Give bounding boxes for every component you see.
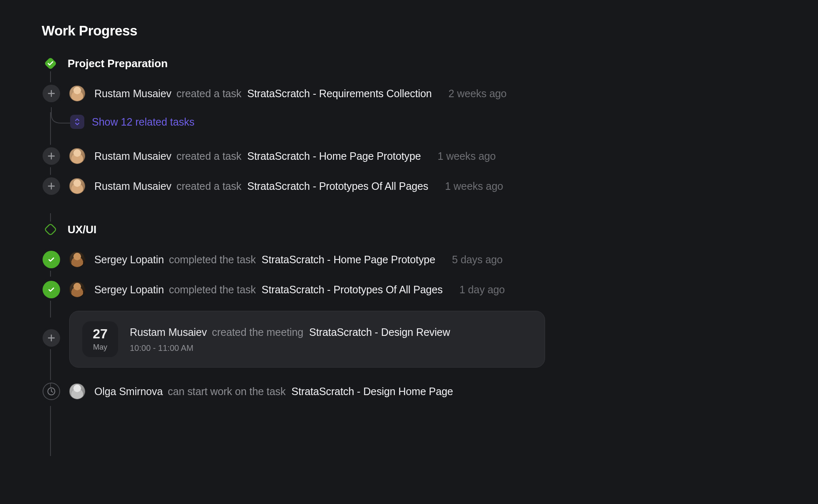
- timeline-event[interactable]: Rustam Musaiev created a task StrataScra…: [43, 85, 776, 102]
- event-time: 2 weeks ago: [449, 87, 507, 101]
- event-verb: created a task: [177, 87, 242, 101]
- event-actor: Rustam Musaiev: [94, 87, 172, 101]
- meeting-card[interactable]: 27 May Rustam Musaiev created the meetin…: [69, 311, 545, 368]
- meeting-time-range: 10:00 - 11:00 AM: [130, 343, 450, 353]
- event-time: 1 day ago: [459, 283, 505, 297]
- event-object: StrataScratch - Home Page Prototype: [247, 149, 421, 163]
- event-actor: Rustam Musaiev: [94, 149, 172, 163]
- avatar: [69, 252, 85, 267]
- related-tasks-label: Show 12 related tasks: [92, 116, 194, 128]
- check-icon: [43, 251, 60, 268]
- event-object: StrataScratch - Requirements Collection: [247, 87, 432, 101]
- event-time: 1 weeks ago: [445, 179, 503, 193]
- event-object: StrataScratch - Design Review: [309, 325, 450, 339]
- page-title: Work Progress: [42, 23, 776, 39]
- event-verb: created a task: [177, 149, 242, 163]
- event-verb: can start work on the task: [168, 385, 285, 398]
- timeline-event[interactable]: Sergey Lopatin completed the task Strata…: [43, 281, 776, 298]
- plus-icon: [43, 147, 60, 165]
- show-related-tasks[interactable]: Show 12 related tasks: [43, 115, 776, 129]
- milestone-pending-icon: [43, 222, 58, 237]
- avatar: [69, 282, 85, 297]
- event-time: 1 weeks ago: [438, 149, 496, 163]
- plus-icon: [43, 177, 60, 195]
- event-object: StrataScratch - Prototypes Of All Pages: [247, 179, 428, 193]
- event-verb: created a task: [177, 179, 242, 193]
- clock-icon: [43, 383, 60, 400]
- meeting-date-day: 27: [93, 327, 108, 340]
- event-time: 5 days ago: [452, 253, 502, 267]
- expand-collapse-icon: [70, 115, 84, 129]
- milestone-done-icon: [43, 55, 58, 71]
- timeline-meeting-event[interactable]: 27 May Rustam Musaiev created the meetin…: [43, 311, 776, 368]
- meeting-date: 27 May: [82, 321, 118, 357]
- avatar: [69, 86, 85, 101]
- timeline-event[interactable]: Rustam Musaiev created a task StrataScra…: [43, 147, 776, 165]
- avatar: [69, 383, 85, 399]
- plus-icon: [43, 329, 60, 347]
- event-actor: Rustam Musaiev: [130, 325, 207, 339]
- event-actor: Rustam Musaiev: [94, 179, 172, 193]
- event-actor: Sergey Lopatin: [94, 253, 164, 267]
- plus-icon: [43, 85, 60, 102]
- event-object: StrataScratch - Home Page Prototype: [262, 253, 435, 267]
- milestone-label: Project Preparation: [68, 57, 168, 70]
- meeting-date-month: May: [93, 343, 107, 352]
- timeline-event[interactable]: Olga Smirnova can start work on the task…: [43, 383, 776, 400]
- milestone-project-preparation: Project Preparation: [43, 55, 776, 71]
- work-progress-timeline: Project Preparation Rustam Musaiev creat…: [42, 55, 776, 400]
- event-object: StrataScratch - Design Home Page: [291, 385, 453, 398]
- event-actor: Sergey Lopatin: [94, 283, 164, 297]
- event-object: StrataScratch - Prototypes Of All Pages: [262, 283, 443, 297]
- milestone-ux-ui: UX/UI: [43, 222, 776, 237]
- event-verb: created the meeting: [212, 325, 303, 339]
- event-verb: completed the task: [169, 283, 256, 297]
- check-icon: [43, 281, 60, 298]
- avatar: [69, 148, 85, 164]
- event-verb: completed the task: [169, 253, 256, 267]
- timeline-event[interactable]: Sergey Lopatin completed the task Strata…: [43, 251, 776, 268]
- svg-rect-1: [45, 224, 56, 235]
- event-actor: Olga Smirnova: [94, 385, 163, 398]
- avatar: [69, 178, 85, 194]
- milestone-label: UX/UI: [68, 223, 96, 236]
- timeline-event[interactable]: Rustam Musaiev created a task StrataScra…: [43, 177, 776, 195]
